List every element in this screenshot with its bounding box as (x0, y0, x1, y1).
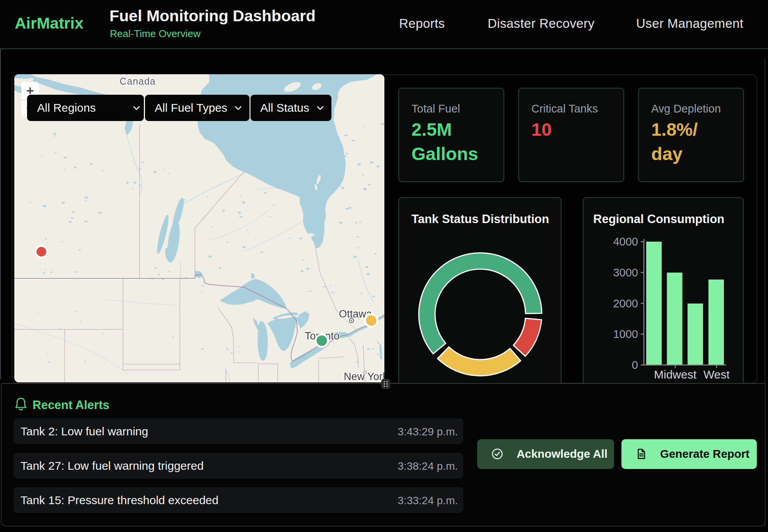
svg-text:1000: 1000 (613, 328, 638, 340)
svg-text:West: West (703, 368, 730, 381)
svg-text:Canada: Canada (119, 76, 156, 87)
svg-text:3000: 3000 (613, 266, 638, 279)
svg-text:2000: 2000 (613, 297, 638, 310)
svg-text:0: 0 (632, 359, 638, 371)
svg-text:Midwest: Midwest (654, 368, 697, 381)
svg-text:4000: 4000 (613, 235, 638, 248)
